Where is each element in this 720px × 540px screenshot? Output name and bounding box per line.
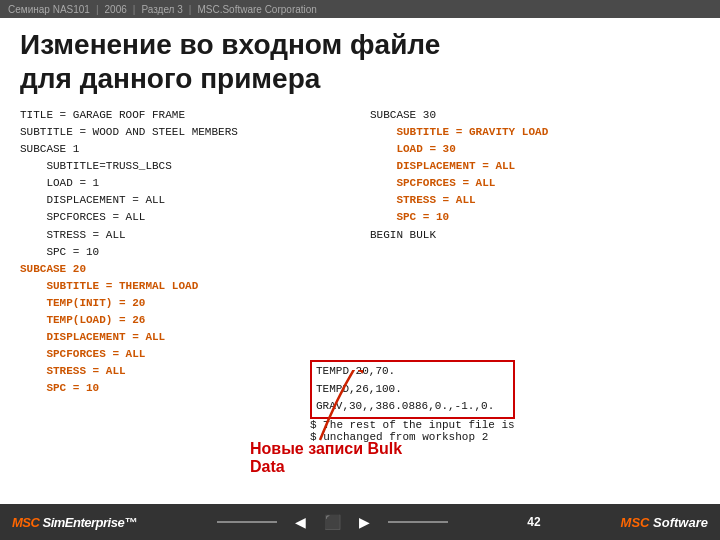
nav-icon-left: ◀: [295, 514, 306, 530]
footer-nav: ◀ ⬛ ▶: [217, 514, 448, 530]
nav-line-right: [388, 521, 448, 523]
header-bar: Семинар NAS101 | 2006 | Раздел 3 | MSC.S…: [0, 0, 720, 18]
right-code-line: SPC = 10: [370, 209, 700, 226]
left-code-line: DISPLACEMENT = ALL: [20, 192, 350, 209]
nav-icon-right: ▶: [359, 514, 370, 530]
right-code-line: SPCFORCES = ALL: [370, 175, 700, 192]
seminar-label: Семинар NAS101: [8, 4, 90, 15]
title-line2: для данного примера: [20, 62, 700, 96]
left-code-line: SUBTITLE = THERMAL LOAD: [20, 278, 350, 295]
year-label: 2006: [105, 4, 127, 15]
right-code-line: SUBCASE 30: [370, 107, 700, 124]
nav-icon-center: ⬛: [324, 514, 341, 530]
left-code-line: TEMP(LOAD) = 26: [20, 312, 350, 329]
page-title: Изменение во входном файле для данного п…: [0, 18, 720, 103]
footer-logo-right: MSC Software: [621, 515, 708, 530]
left-code-line: SPC = 10: [20, 244, 350, 261]
right-code-line: LOAD = 30: [370, 141, 700, 158]
right-code-line: STRESS = ALL: [370, 192, 700, 209]
left-code-line: TEMP(INIT) = 20: [20, 295, 350, 312]
title-line1: Изменение во входном файле: [20, 28, 700, 62]
left-code-line: DISPLACEMENT = ALL: [20, 329, 350, 346]
left-code-line: SUBTITLE = WOOD AND STEEL MEMBERS: [20, 124, 350, 141]
footer-page-number: 42: [527, 515, 540, 529]
left-code-line: STRESS = ALL: [20, 227, 350, 244]
annotation-area: Новые записи Bulk Data: [220, 400, 440, 476]
nav-line-left: [217, 521, 277, 523]
left-code-line: SUBTITLE=TRUSS_LBCS: [20, 158, 350, 175]
left-code-line: SPCFORCES = ALL: [20, 346, 350, 363]
right-code-line: BEGIN BULK: [370, 227, 700, 244]
left-code-line: SPCFORCES = ALL: [20, 209, 350, 226]
left-code-line: TITLE = GARAGE ROOF FRAME: [20, 107, 350, 124]
right-code-line: SUBTITLE = GRAVITY LOAD: [370, 124, 700, 141]
section-label: Раздел 3: [141, 4, 182, 15]
right-code-line: DISPLACEMENT = ALL: [370, 158, 700, 175]
left-code-line: SUBCASE 20: [20, 261, 350, 278]
left-code-line: SUBCASE 1: [20, 141, 350, 158]
company-label: MSC.Software Corporation: [197, 4, 317, 15]
footer: MSC SimEnterprise™ ◀ ⬛ ▶ 42 MSC Software: [0, 504, 720, 540]
arrow-icon: [260, 370, 380, 450]
footer-logo-left: MSC SimEnterprise™: [12, 515, 137, 530]
left-code-line: LOAD = 1: [20, 175, 350, 192]
